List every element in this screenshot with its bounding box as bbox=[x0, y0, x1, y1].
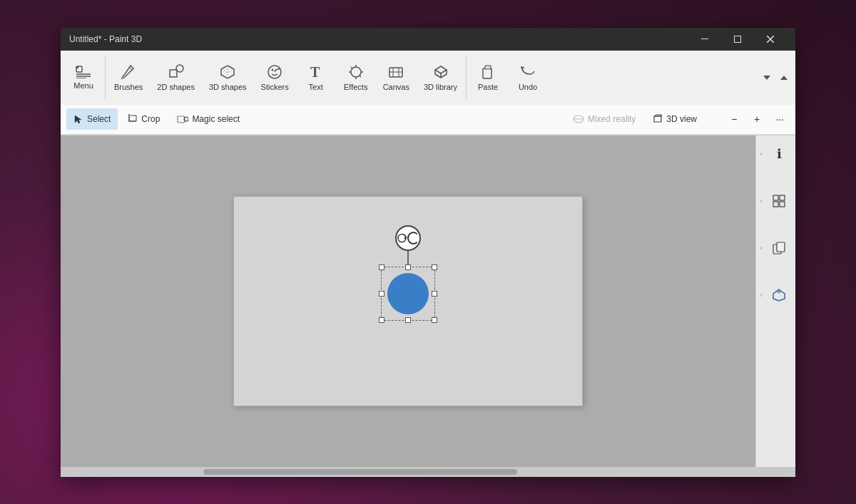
undo-icon bbox=[520, 64, 536, 80]
3dlibrary-icon bbox=[433, 64, 449, 80]
selected-object[interactable] bbox=[381, 267, 435, 321]
text-button[interactable]: T Text bbox=[296, 51, 336, 105]
magic-select-label: Magic select bbox=[192, 114, 240, 124]
canvas-button[interactable]: Canvas bbox=[376, 51, 417, 105]
svg-marker-31 bbox=[780, 76, 788, 80]
3dlibrary-button[interactable]: 3D library bbox=[417, 51, 464, 105]
svg-rect-1 bbox=[735, 36, 741, 42]
grid-panel-button[interactable] bbox=[766, 188, 792, 214]
brushes-button[interactable]: Brushes bbox=[107, 51, 150, 105]
maximize-button[interactable] bbox=[721, 28, 754, 51]
handle-mid-right[interactable] bbox=[432, 291, 437, 297]
handle-bot-right[interactable] bbox=[432, 317, 437, 323]
svg-rect-5 bbox=[76, 66, 78, 68]
panel-collapse-copy[interactable]: ‹ bbox=[756, 245, 766, 252]
handle-top-left[interactable] bbox=[379, 264, 384, 270]
handle-bot-left[interactable] bbox=[379, 317, 384, 323]
copy-panel-button[interactable] bbox=[766, 235, 792, 261]
svg-marker-50 bbox=[776, 289, 782, 294]
zoom-in-button[interactable]: + bbox=[747, 109, 767, 129]
ribbon-dropdown-button[interactable] bbox=[758, 51, 775, 105]
blue-circle-object[interactable] bbox=[387, 273, 429, 314]
panel-collapse-grid[interactable]: ‹ bbox=[756, 197, 766, 205]
canvas-area[interactable] bbox=[61, 135, 755, 467]
menu-button[interactable]: Menu bbox=[63, 51, 103, 105]
effects-button[interactable]: Effects bbox=[336, 51, 376, 105]
svg-point-10 bbox=[122, 76, 125, 78]
svg-rect-0 bbox=[701, 38, 708, 39]
mixed-reality-tool: Mixed reality bbox=[566, 108, 643, 130]
2dshapes-button[interactable]: 2D shapes bbox=[150, 51, 202, 105]
svg-rect-46 bbox=[780, 202, 785, 207]
svg-rect-43 bbox=[773, 195, 778, 200]
panel-collapse-info[interactable]: ‹ bbox=[756, 150, 766, 158]
svg-marker-39 bbox=[654, 115, 661, 116]
svg-point-12 bbox=[176, 65, 183, 72]
paste-label: Paste bbox=[478, 83, 498, 91]
scrollbar-thumb[interactable] bbox=[203, 469, 517, 475]
3dview-tool[interactable]: 3D view bbox=[646, 108, 704, 130]
brushes-icon bbox=[121, 64, 136, 80]
undo-label: Undo bbox=[519, 83, 537, 91]
2dshapes-icon bbox=[168, 64, 184, 80]
select-tool[interactable]: Select bbox=[66, 108, 118, 130]
info-panel-button[interactable]: ℹ bbox=[766, 141, 792, 167]
undo-button[interactable]: Undo bbox=[508, 51, 548, 105]
3dshapes-label: 3D shapes bbox=[209, 83, 247, 91]
handle-mid-left[interactable] bbox=[379, 291, 384, 297]
handle-bot-mid[interactable] bbox=[405, 317, 411, 323]
crop-label: Crop bbox=[141, 114, 160, 124]
svg-line-21 bbox=[351, 67, 352, 68]
panel-row-transform: ‹ bbox=[756, 282, 795, 308]
transform-panel-button[interactable] bbox=[766, 282, 792, 308]
svg-line-35 bbox=[188, 121, 189, 123]
more-options-button[interactable]: ··· bbox=[770, 109, 790, 129]
panel-row-info: ‹ ℹ bbox=[756, 141, 795, 167]
zoom-out-button[interactable]: − bbox=[724, 109, 744, 129]
handle-top-mid[interactable] bbox=[405, 264, 411, 270]
ribbon: Menu Brushes bbox=[61, 51, 795, 135]
magic-select-tool[interactable]: Magic select bbox=[170, 108, 247, 130]
mixed-reality-label: Mixed reality bbox=[588, 114, 636, 124]
menu-label: Menu bbox=[73, 81, 93, 90]
canvas-icon bbox=[388, 64, 404, 80]
effects-icon bbox=[348, 64, 364, 80]
right-panel: ‹ ℹ ‹ ‹ bbox=[755, 135, 795, 467]
3dshapes-button[interactable]: 3D shapes bbox=[202, 51, 254, 105]
svg-line-22 bbox=[360, 76, 361, 77]
panel-row-grid: ‹ bbox=[756, 188, 795, 214]
ribbon-collapse-button[interactable] bbox=[775, 51, 793, 105]
paste-button[interactable]: Paste bbox=[468, 51, 508, 105]
panel-collapse-transform[interactable]: ‹ bbox=[756, 292, 766, 299]
crop-tool[interactable]: Crop bbox=[121, 108, 167, 130]
3dshapes-icon bbox=[220, 64, 235, 80]
title-bar: Untitled* - Paint 3D bbox=[61, 28, 795, 51]
window-title: Untitled* - Paint 3D bbox=[69, 34, 688, 44]
svg-marker-42 bbox=[404, 236, 406, 240]
svg-marker-30 bbox=[763, 76, 770, 80]
svg-rect-11 bbox=[170, 70, 177, 77]
svg-rect-48 bbox=[777, 242, 785, 252]
select-label: Select bbox=[87, 114, 111, 124]
ribbon-right-controls bbox=[758, 51, 793, 105]
sub-right-controls: − + ··· bbox=[724, 109, 790, 129]
magic-select-icon bbox=[177, 114, 188, 124]
svg-point-16 bbox=[351, 67, 361, 77]
mixed-reality-icon bbox=[573, 114, 584, 124]
text-icon: T bbox=[308, 64, 324, 80]
svg-marker-32 bbox=[75, 115, 81, 123]
handle-top-right[interactable] bbox=[432, 264, 437, 270]
svg-marker-38 bbox=[654, 116, 661, 122]
rotation-handle[interactable] bbox=[395, 225, 421, 251]
ribbon-divider-1 bbox=[105, 56, 106, 99]
stickers-label: Stickers bbox=[261, 83, 289, 91]
svg-rect-29 bbox=[485, 66, 491, 69]
minimize-button[interactable] bbox=[688, 28, 721, 51]
crop-icon bbox=[128, 114, 138, 124]
3dview-label: 3D view bbox=[666, 114, 697, 124]
canvas-label: Canvas bbox=[383, 83, 409, 91]
menu-icon bbox=[76, 66, 91, 78]
close-button[interactable] bbox=[754, 28, 787, 51]
stickers-button[interactable]: Stickers bbox=[254, 51, 296, 105]
svg-rect-44 bbox=[780, 195, 785, 200]
